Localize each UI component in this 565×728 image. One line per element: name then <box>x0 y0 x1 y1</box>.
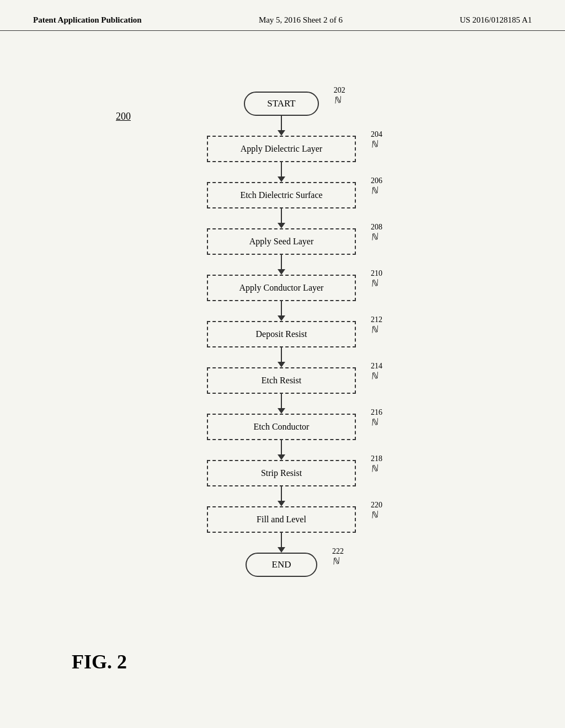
node-210: Apply Conductor Layer 210ℕ <box>207 275 356 301</box>
node-218: Strip Resist 218ℕ <box>207 460 356 486</box>
deposit-resist-box: Deposit Resist <box>207 321 356 347</box>
strip-resist-box: Strip Resist <box>207 460 356 486</box>
arrow-8 <box>278 440 285 460</box>
arrow-line <box>281 116 282 130</box>
arrow-line <box>281 486 282 501</box>
end-label: END <box>272 559 291 570</box>
step-num-206: 206ℕ <box>371 176 382 196</box>
fill-and-level-label: Fill and Level <box>257 515 306 524</box>
strip-resist-label: Strip Resist <box>261 468 302 478</box>
arrow-line <box>281 301 282 315</box>
arrow-head <box>278 315 285 321</box>
arrow-head <box>278 408 285 414</box>
arrow-line <box>281 255 282 269</box>
node-216: Etch Conductor 216ℕ <box>207 414 356 440</box>
etch-dielectric-surface-label: Etch Dielectric Surface <box>240 190 322 200</box>
node-208: Apply Seed Layer 208ℕ <box>207 228 356 255</box>
content-area: 200 FIG. 2 START 202ℕ Apply Dielectric L… <box>0 31 565 726</box>
deposit-resist-label: Deposit Resist <box>256 329 307 339</box>
arrow-3 <box>278 208 285 228</box>
step-num-214: 214ℕ <box>371 362 382 381</box>
header-right: US 2016/0128185 A1 <box>460 15 532 25</box>
arrow-9 <box>278 486 285 506</box>
end-box: END <box>246 553 317 577</box>
page-header: Patent Application Publication May 5, 20… <box>0 0 565 31</box>
etch-conductor-label: Etch Conductor <box>254 422 310 431</box>
header-left: Patent Application Publication <box>33 15 142 25</box>
arrow-line <box>281 394 282 408</box>
figure-label: FIG. 2 <box>72 650 127 673</box>
arrow-5 <box>278 301 285 321</box>
apply-conductor-layer-box: Apply Conductor Layer <box>207 275 356 301</box>
arrow-4 <box>278 255 285 275</box>
etch-conductor-box: Etch Conductor <box>207 414 356 440</box>
etch-resist-label: Etch Resist <box>262 376 301 385</box>
step-num-218: 218ℕ <box>371 454 382 474</box>
node-212: Deposit Resist 212ℕ <box>207 321 356 347</box>
apply-conductor-layer-label: Apply Conductor Layer <box>239 283 324 292</box>
start-label: START <box>267 98 295 109</box>
step-num-210: 210ℕ <box>371 269 382 288</box>
step-num-202: 202ℕ <box>334 86 345 105</box>
arrow-line <box>281 162 282 176</box>
arrow-line <box>281 440 282 454</box>
arrow-2 <box>278 162 285 182</box>
step-num-216: 216ℕ <box>371 408 382 427</box>
arrow-line <box>281 208 282 223</box>
start-node: START 202ℕ <box>244 92 318 116</box>
node-204: Apply Dielectric Layer 204ℕ <box>207 136 356 162</box>
arrow-7 <box>278 394 285 414</box>
end-node: END 222ℕ <box>246 553 317 577</box>
arrow-head <box>278 130 285 136</box>
header-center: May 5, 2016 Sheet 2 of 6 <box>259 15 343 25</box>
arrow-10 <box>278 533 285 553</box>
apply-dielectric-layer-box: Apply Dielectric Layer <box>207 136 356 162</box>
apply-seed-layer-box: Apply Seed Layer <box>207 228 356 255</box>
apply-seed-layer-label: Apply Seed Layer <box>249 237 313 246</box>
step-num-220: 220ℕ <box>371 501 382 520</box>
node-214: Etch Resist 214ℕ <box>207 367 356 394</box>
apply-dielectric-layer-label: Apply Dielectric Layer <box>241 144 322 153</box>
etch-resist-box: Etch Resist <box>207 367 356 394</box>
arrow-head <box>278 362 285 367</box>
arrow-6 <box>278 347 285 367</box>
arrow-line <box>281 347 282 362</box>
flowchart: START 202ℕ Apply Dielectric Layer 204ℕ E… <box>193 92 370 577</box>
step-num-212: 212ℕ <box>371 315 382 335</box>
step-num-204: 204ℕ <box>371 130 382 149</box>
arrow-head <box>278 501 285 506</box>
fill-and-level-box: Fill and Level <box>207 506 356 533</box>
arrow-1 <box>278 116 285 136</box>
node-220: Fill and Level 220ℕ <box>207 506 356 533</box>
arrow-head <box>278 547 285 553</box>
etch-dielectric-surface-box: Etch Dielectric Surface <box>207 182 356 208</box>
arrow-head <box>278 269 285 275</box>
arrow-head <box>278 454 285 460</box>
diagram-label: 200 <box>116 111 131 122</box>
arrow-head <box>278 223 285 228</box>
step-num-222: 222ℕ <box>332 547 344 566</box>
start-box: START <box>244 92 318 116</box>
step-num-208: 208ℕ <box>371 223 382 242</box>
arrow-head <box>278 176 285 182</box>
node-206: Etch Dielectric Surface 206ℕ <box>207 182 356 208</box>
arrow-line <box>281 533 282 547</box>
